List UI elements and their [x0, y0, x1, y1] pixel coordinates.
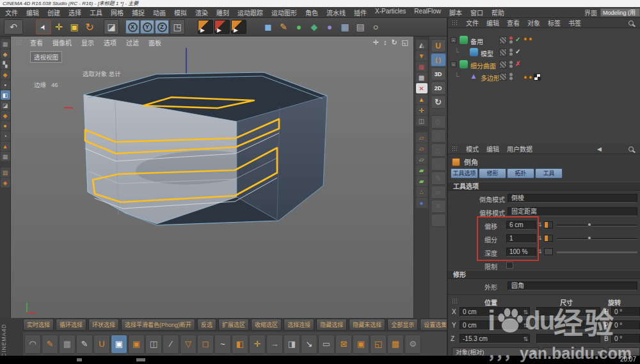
- camera-button[interactable]: ▤: [353, 19, 368, 35]
- attr-menu-item-2[interactable]: 用户数据: [507, 144, 532, 154]
- offset-slider-knob[interactable]: [588, 223, 591, 226]
- snap-option-icon[interactable]: ◌: [431, 214, 446, 227]
- selection-button-7[interactable]: 选择连接: [284, 319, 314, 331]
- offset-field[interactable]: 6 cm: [506, 221, 536, 230]
- polygon-object-icon[interactable]: ▲: [470, 72, 478, 81]
- generator-button[interactable]: ●: [291, 19, 307, 35]
- search-icon[interactable]: [628, 146, 634, 152]
- offset-spinner[interactable]: ⇅: [537, 221, 542, 228]
- polygons-mode-icon[interactable]: ◪: [1, 100, 10, 110]
- add-primitive-button[interactable]: ◼: [260, 19, 276, 35]
- x-position-field[interactable]: 0 cm⇅: [460, 307, 530, 317]
- snap-magnet-icon[interactable]: U: [431, 39, 446, 52]
- points-mode-icon[interactable]: ▪: [1, 80, 10, 90]
- snap-2d-icon[interactable]: 2D: [431, 81, 446, 95]
- axis-x-button[interactable]: X: [125, 20, 140, 34]
- generator-object-icon[interactable]: [460, 36, 468, 44]
- depth-mini-slider[interactable]: [544, 248, 553, 255]
- menu-item-8[interactable]: 模拟: [174, 8, 187, 17]
- snap-option-icon[interactable]: ○: [431, 157, 446, 171]
- bevel-tool-icon[interactable]: ▣: [111, 335, 127, 354]
- menu-item-17[interactable]: RealFlow: [414, 8, 441, 17]
- menu-item-13[interactable]: 角色: [305, 8, 318, 17]
- scatter-icon[interactable]: ∴: [416, 187, 428, 197]
- h-rotation-field[interactable]: 0 °: [611, 307, 640, 317]
- om-menu-item-1[interactable]: 编辑: [486, 18, 499, 28]
- panel-grip[interactable]: [16, 40, 22, 45]
- object-tags[interactable]: [524, 74, 541, 81]
- arch-tool-icon[interactable]: ◠: [24, 335, 41, 354]
- attr-menu-item-0[interactable]: 模式: [466, 144, 479, 154]
- offset-slider[interactable]: [557, 225, 637, 226]
- floor-button[interactable]: ▦: [337, 19, 353, 35]
- object-tags[interactable]: [524, 37, 532, 41]
- selection-button-6[interactable]: 收缩选区: [251, 319, 282, 331]
- viewport-menu-item-4[interactable]: 过滤: [126, 38, 139, 47]
- red-grid-icon[interactable]: ▦: [416, 61, 428, 72]
- plane-tool-icon[interactable]: ▱: [416, 154, 428, 164]
- disable-x-icon[interactable]: ✗: [515, 60, 520, 67]
- deformer-button[interactable]: ◆: [307, 19, 322, 35]
- menu-item-15[interactable]: 插件: [354, 8, 367, 17]
- environment-button[interactable]: ●: [322, 19, 337, 35]
- om-menu-item-5[interactable]: 书签: [568, 18, 581, 28]
- snap-option-icon[interactable]: ✎: [431, 171, 446, 185]
- depth-spinner[interactable]: ⇅: [537, 248, 542, 255]
- scale-tool[interactable]: ▣: [67, 19, 82, 35]
- enable-check-icon[interactable]: ✓: [515, 48, 520, 55]
- y-size-field[interactable]: [536, 320, 600, 330]
- warning-icon[interactable]: ▲: [416, 94, 428, 104]
- plane-tool-icon[interactable]: ▱: [416, 132, 428, 143]
- snap-3d-icon[interactable]: 3D: [431, 67, 446, 81]
- attr-tab-3[interactable]: 工具: [535, 168, 563, 178]
- limit-checkbox[interactable]: [506, 262, 513, 269]
- paint-tool-icon[interactable]: ▼: [416, 51, 428, 61]
- search-icon[interactable]: [628, 20, 634, 26]
- grid-tool-icon[interactable]: ▦: [59, 335, 76, 354]
- depth-field[interactable]: 100 %: [506, 248, 536, 257]
- object-row[interactable]: └ ▲ 多边形: [448, 71, 640, 83]
- render-queue-button[interactable]: ▶: [231, 20, 246, 34]
- texture-mode-icon[interactable]: ▚: [1, 59, 10, 69]
- offset-mode-dropdown[interactable]: 固定距离: [508, 207, 637, 216]
- snap-toggle-icon[interactable]: ◔: [1, 131, 10, 141]
- layer-icon[interactable]: [499, 36, 507, 44]
- viewport-menu-item-0[interactable]: 查看: [30, 38, 43, 47]
- layer-icon[interactable]: [499, 49, 507, 56]
- selection-button-3[interactable]: 选择平滑着色(Phong)断开: [121, 319, 195, 331]
- axis-z-button[interactable]: Z: [155, 20, 169, 34]
- enable-check-icon[interactable]: ✓: [515, 36, 520, 43]
- om-menu-item-3[interactable]: 对象: [527, 18, 540, 28]
- attr-tab-2[interactable]: 拓扑: [507, 168, 534, 178]
- visibility-dots[interactable]: [509, 60, 513, 69]
- shaping-section-header[interactable]: 修形: [448, 270, 640, 279]
- subdivision-slider-knob[interactable]: [588, 236, 591, 240]
- last-tool-icon[interactable]: ◪: [104, 19, 119, 35]
- subdivision-slider[interactable]: [557, 238, 637, 240]
- selection-button-0[interactable]: 实时选择: [23, 319, 54, 331]
- mesh-check-icon[interactable]: ▦: [387, 335, 404, 354]
- b-rotation-field[interactable]: 0 °: [611, 334, 640, 344]
- view-name-chip[interactable]: 透视视图: [30, 51, 62, 63]
- attr-menu-item-1[interactable]: 编辑: [486, 144, 499, 154]
- subdivide-icon[interactable]: ◱: [370, 335, 387, 354]
- expand-icon[interactable]: -: [451, 37, 456, 43]
- zoom-view-icon[interactable]: ↕: [383, 38, 387, 47]
- edges-mode-icon[interactable]: ◧: [1, 90, 10, 100]
- green-plane-icon[interactable]: ▰: [416, 165, 428, 175]
- menu-item-0[interactable]: 文件: [5, 8, 18, 17]
- uv-edit-icon[interactable]: ◈: [1, 178, 10, 187]
- menu-item-9[interactable]: 渲染: [195, 8, 208, 17]
- workplane-lock-icon[interactable]: ▲: [1, 141, 10, 151]
- om-menu-item-0[interactable]: 文件: [466, 18, 479, 28]
- spheres-icon[interactable]: ●: [416, 198, 428, 208]
- menu-item-2[interactable]: 创建: [47, 8, 60, 17]
- settings-gear-icon[interactable]: ⚙: [404, 335, 421, 354]
- section-header[interactable]: 工具选项: [448, 182, 640, 191]
- subdivision-spinner[interactable]: ⇅: [537, 235, 542, 241]
- om-menu-item-4[interactable]: 标签: [548, 18, 561, 28]
- texture-paint-icon[interactable]: ▨: [1, 168, 10, 177]
- viewport-menu-item-3[interactable]: 选项: [104, 38, 116, 47]
- bevel-mode-dropdown[interactable]: 倒棱: [508, 194, 637, 203]
- remove-ngons-icon[interactable]: ⊠: [335, 335, 352, 354]
